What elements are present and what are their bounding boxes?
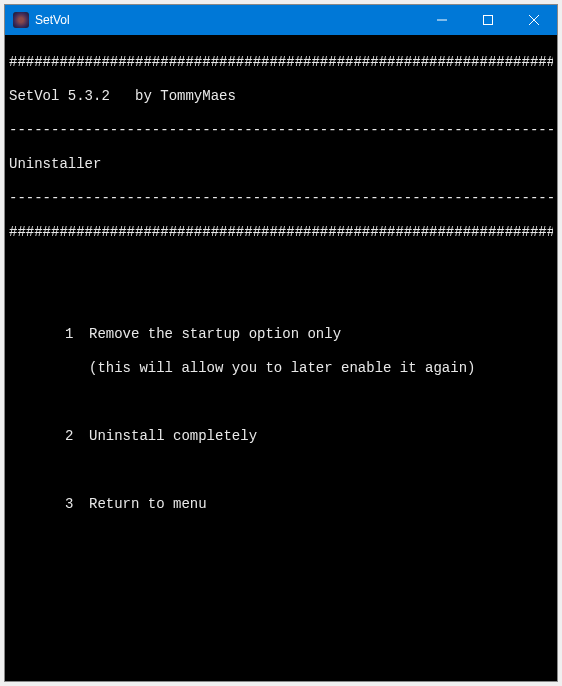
option-text: Remove the startup option only	[89, 326, 553, 343]
window-title: SetVol	[35, 13, 419, 27]
option-subtext: (this will allow you to later enable it …	[89, 360, 553, 377]
blank-line	[9, 564, 553, 581]
app-icon	[13, 12, 29, 28]
option-number: 3	[9, 496, 89, 513]
minimize-button[interactable]	[419, 5, 465, 35]
svg-rect-1	[484, 16, 493, 25]
blank-line	[9, 394, 553, 411]
option-text: Return to menu	[89, 496, 553, 513]
hash-line: ########################################…	[9, 54, 553, 71]
window-controls	[419, 5, 557, 35]
minimize-icon	[437, 15, 447, 25]
app-window: SetVol #################################…	[4, 4, 558, 682]
menu-option-sub: (this will allow you to later enable it …	[9, 360, 553, 377]
titlebar[interactable]: SetVol	[5, 5, 557, 35]
menu-option: 3Return to menu	[9, 496, 553, 513]
section-header: Uninstaller	[9, 156, 553, 173]
dash-line: ----------------------------------------…	[9, 122, 553, 139]
blank-line	[9, 666, 553, 681]
blank-line	[9, 292, 553, 309]
close-icon	[529, 15, 539, 25]
maximize-icon	[483, 15, 493, 25]
terminal-area[interactable]: ########################################…	[5, 35, 557, 681]
option-number: 2	[9, 428, 89, 445]
header-title-line: SetVol 5.3.2 by TommyMaes	[9, 88, 553, 105]
maximize-button[interactable]	[465, 5, 511, 35]
hash-line: ########################################…	[9, 224, 553, 241]
option-number: 1	[9, 326, 89, 343]
menu-option: 1Remove the startup option only	[9, 326, 553, 343]
option-text: Uninstall completely	[89, 428, 553, 445]
close-button[interactable]	[511, 5, 557, 35]
blank-line	[9, 462, 553, 479]
blank-line	[9, 598, 553, 615]
blank-line	[9, 632, 553, 649]
dash-line: ----------------------------------------…	[9, 190, 553, 207]
menu-option: 2Uninstall completely	[9, 428, 553, 445]
blank-line	[9, 258, 553, 275]
blank-line	[9, 530, 553, 547]
